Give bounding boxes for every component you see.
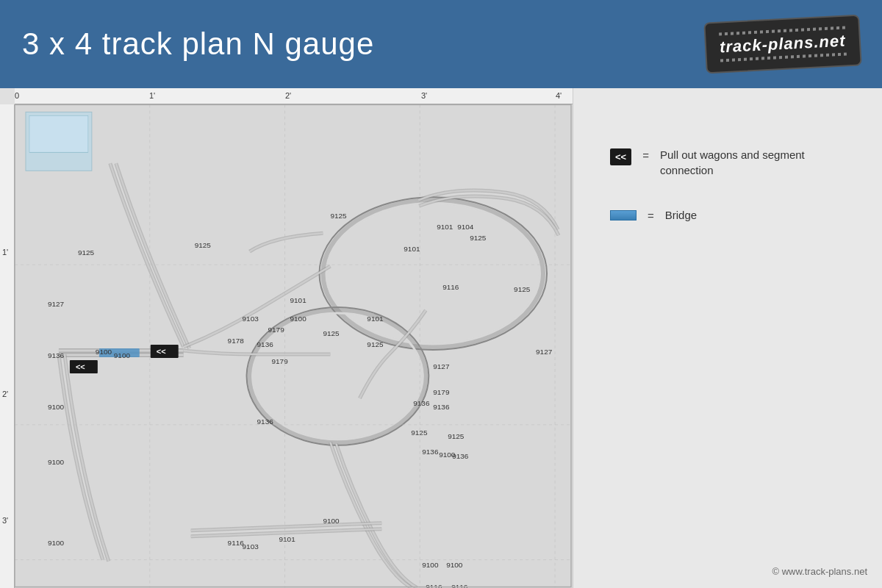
svg-rect-25	[15, 104, 571, 587]
label-9103-2: 9103	[243, 542, 259, 551]
svg-text:<<: <<	[76, 362, 85, 371]
label-9136-2: 9136	[257, 417, 274, 426]
label-9178: 9178	[228, 337, 245, 345]
label-9116-5: 9116	[442, 283, 459, 291]
legend-item-bridge: = Bridge	[610, 207, 845, 223]
label-9125-1: 9125	[78, 248, 95, 257]
label-9100-4: 9100	[114, 351, 131, 359]
label-9100-7: 9100	[323, 517, 340, 525]
ruler-mark-4: 4'	[556, 91, 562, 100]
page-title: 3 x 4 track plan N gauge	[22, 26, 374, 62]
label-9101-4: 9101	[437, 223, 453, 231]
label-9136-1: 9136	[257, 340, 274, 348]
label-9101-3: 9101	[404, 245, 420, 253]
label-9125-2: 9125	[195, 241, 212, 249]
track-canvas: << <<	[15, 104, 573, 588]
label-9179-2: 9179	[272, 357, 289, 365]
label-9100-6: 9100	[48, 458, 65, 466]
main-area: 0 1' 2' 3' 4' 1' 2' 3'	[0, 88, 882, 588]
legend-area: << = Pull out wagons and segment connect…	[573, 88, 882, 588]
label-9136-5: 9136	[422, 448, 439, 456]
svg-text:<<: <<	[157, 347, 166, 356]
label-9136-3: 9136	[413, 399, 430, 407]
label-9100-1: 9100	[290, 315, 307, 323]
equals-pullout: =	[642, 149, 649, 162]
label-9101-2: 9101	[367, 315, 384, 323]
equals-bridge: =	[648, 209, 654, 222]
label-9125-3: 9125	[330, 212, 347, 220]
legend-text-pullout: Pull out wagons and segment connection	[660, 147, 845, 178]
ruler-mark-left-1: 1'	[2, 248, 8, 257]
ruler-mark-2: 2'	[285, 91, 291, 100]
svg-point-5	[319, 197, 547, 350]
ruler-mark-3: 3'	[421, 91, 427, 100]
label-9125-4: 9125	[470, 234, 487, 242]
ruler-mark-left-3: 3'	[2, 516, 8, 525]
label-9100-9: 9100	[422, 561, 439, 569]
svg-rect-1	[29, 115, 88, 152]
label-9125-7: 9125	[367, 340, 384, 348]
header: 3 x 4 track plan N gauge track-plans.net	[0, 0, 882, 88]
pullout-symbol: <<	[610, 148, 631, 165]
label-9125-6: 9125	[323, 329, 340, 337]
label-9179-1: 9179	[268, 326, 285, 334]
label-9100-5: 9100	[48, 403, 65, 411]
track-diagram: << <<	[15, 104, 573, 588]
ruler-left: 1' 2' 3'	[0, 104, 15, 588]
ruler-mark-1: 1'	[149, 91, 155, 100]
bridge-symbol	[610, 210, 637, 220]
label-9127-3: 9127	[433, 362, 450, 370]
label-9104: 9104	[457, 223, 474, 231]
legend-text-bridge: Bridge	[665, 207, 697, 223]
copyright: © www.track-plans.net	[772, 566, 867, 577]
label-9101-5: 9101	[279, 535, 296, 543]
ruler-top: 0 1' 2' 3' 4'	[15, 88, 573, 104]
label-9136-7: 9136	[48, 351, 65, 359]
label-9103-1: 9103	[243, 315, 259, 323]
ruler-mark-left-2: 2'	[2, 390, 8, 398]
label-9125-9: 9125	[448, 432, 465, 440]
svg-point-3	[323, 200, 543, 347]
label-9179-3: 9179	[433, 388, 450, 396]
label-9100-3: 9100	[96, 348, 112, 356]
label-9101-1: 9101	[290, 296, 307, 304]
label-9125-8: 9125	[411, 429, 428, 437]
label-9136-4: 9136	[433, 403, 450, 411]
copyright-text: © www.track-plans.net	[772, 566, 867, 577]
label-9127-1: 9127	[48, 300, 65, 308]
label-9100-10: 9100	[446, 561, 463, 569]
logo: track-plans.net	[703, 15, 861, 74]
label-9136-6: 9136	[452, 452, 469, 460]
track-plan-area: 0 1' 2' 3' 4' 1' 2' 3'	[0, 88, 573, 588]
label-9127-2: 9127	[536, 348, 553, 356]
legend-item-pullout: << = Pull out wagons and segment connect…	[610, 147, 845, 178]
label-9100-8: 9100	[48, 539, 65, 547]
svg-point-4	[326, 203, 539, 344]
ruler-mark-0: 0	[15, 91, 19, 100]
label-9125-5: 9125	[514, 285, 531, 293]
